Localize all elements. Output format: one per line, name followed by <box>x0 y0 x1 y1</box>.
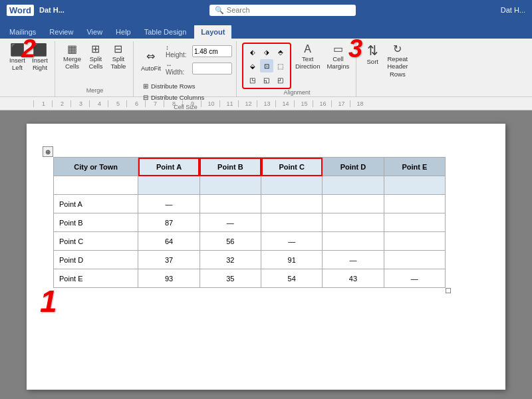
alignment-grid: ⬖ ⬗ ⬘ ⬙ ⊡ ⬚ ◳ ◱ ◰ <box>246 45 287 86</box>
table-cell <box>54 176 138 195</box>
table-cell <box>384 232 445 251</box>
ruler-mark: 4 <box>89 100 108 107</box>
table-cell: 64 <box>138 232 200 251</box>
repeat-header-icon: ↻ <box>393 44 402 55</box>
ribbon: 2 ⬛ InsertLeft ⬛ InsertRight ▦ MergeCell… <box>0 39 532 97</box>
cell-margins-label: CellMargins <box>327 55 349 70</box>
table-cell <box>323 176 384 195</box>
height-label: ↕ Height: <box>166 44 190 59</box>
split-cells-icon: ⊞ <box>91 44 100 55</box>
text-direction-label: TextDirection <box>295 55 321 70</box>
split-cells-button[interactable]: ⊞ SplitCells <box>85 43 106 72</box>
search-bar[interactable]: 🔍 <box>209 5 356 16</box>
table-header-point-d: Point D <box>323 158 384 176</box>
table-header-point-e: Point E <box>384 158 445 176</box>
ruler-mark: 3 <box>70 100 89 107</box>
merge-cells-label: MergeCells <box>63 55 81 70</box>
align-middle-left[interactable]: ⬙ <box>246 59 259 72</box>
tab-layout[interactable]: Layout <box>193 24 233 39</box>
align-bottom-center[interactable]: ◱ <box>260 73 273 86</box>
height-input[interactable] <box>192 45 232 57</box>
cell-size-group-label: Cell Size <box>174 104 198 112</box>
search-icon: 🔍 <box>215 6 224 15</box>
table-cell: 43 <box>323 269 384 288</box>
cell-margins-button[interactable]: ▭ CellMargins <box>324 43 352 72</box>
tab-table-design[interactable]: Table Design <box>138 25 194 39</box>
table-cell: 54 <box>261 269 323 288</box>
ribbon-tabs: Mailings Review View Help Table Design L… <box>0 20 532 39</box>
table-cell: — <box>138 195 200 213</box>
autofit-button[interactable]: ⇔ AutoFit <box>139 49 163 73</box>
width-input[interactable] <box>192 63 232 74</box>
ruler-mark: 12 <box>238 100 257 107</box>
align-top-center[interactable]: ⬗ <box>260 45 273 59</box>
repeat-header-label: RepeatHeaderRows <box>387 55 408 78</box>
distribute-rows-label: Distribute Rows <box>151 82 196 90</box>
align-middle-center[interactable]: ⊡ <box>260 59 273 72</box>
align-top-right[interactable]: ⬘ <box>274 45 287 59</box>
table-cell: — <box>200 213 261 232</box>
align-bottom-right[interactable]: ◰ <box>274 73 287 86</box>
table-cell-row-label: Point D <box>54 251 138 269</box>
split-cells-label: SplitCells <box>88 55 102 70</box>
table-cell: 37 <box>138 251 200 269</box>
align-middle-right[interactable]: ⬚ <box>274 59 287 72</box>
sort-label: Sort <box>367 58 378 65</box>
table-cell-row-label: Point C <box>54 232 138 251</box>
ruler-mark: 15 <box>294 100 313 107</box>
table-header-point-c: Point C <box>261 158 323 176</box>
table-cell: — <box>384 269 445 288</box>
table-move-handle[interactable]: ⊕ <box>43 146 53 157</box>
merge-cells-button[interactable]: ▦ MergeCells <box>61 43 84 72</box>
table-row: Point D 37 32 91 — <box>54 251 446 269</box>
insert-left-button[interactable]: ⬛ InsertLeft <box>7 43 28 73</box>
merge-cells-icon: ▦ <box>67 44 77 55</box>
table-resize-handle[interactable] <box>446 288 451 293</box>
distribute-rows-button[interactable]: ⊞ Distribute Rows <box>139 81 208 91</box>
align-top-left[interactable]: ⬖ <box>246 45 259 59</box>
autofit-label: AutoFit <box>141 65 161 72</box>
table-header-point-b: Point B <box>200 158 261 176</box>
table-cell <box>261 195 323 213</box>
distribute-rows-icon: ⊞ <box>143 82 148 90</box>
tab-mailings[interactable]: Mailings <box>3 25 43 39</box>
distribute-cols-button[interactable]: ⊟ Distribute Columns <box>139 92 208 102</box>
sort-button[interactable]: ⇅ Sort <box>362 43 383 66</box>
table-cell: 35 <box>200 269 261 288</box>
insert-right-label: InsertRight <box>32 57 48 72</box>
doc-title: Dat H... <box>39 6 65 14</box>
tab-help[interactable]: Help <box>109 25 138 39</box>
table-cell: 56 <box>200 232 261 251</box>
table-header-point-a: Point A <box>138 158 200 176</box>
text-direction-button[interactable]: A TextDirection <box>293 43 323 72</box>
table-cell: — <box>323 251 384 269</box>
align-bottom-left[interactable]: ◳ <box>246 73 259 86</box>
repeat-header-button[interactable]: ↻ RepeatHeaderRows <box>384 43 410 79</box>
split-table-icon: ⊟ <box>114 44 122 55</box>
user-info: Dat H... <box>501 6 525 14</box>
data-table: City or Town Point A Point B Point C Poi… <box>53 157 446 288</box>
table-row: Point E 93 35 54 43 — <box>54 269 446 288</box>
width-label: ↔ Width: <box>166 61 190 76</box>
table-cell <box>323 213 384 232</box>
split-table-button[interactable]: ⊟ SplitTable <box>108 43 129 72</box>
ribbon-group-insert: 2 ⬛ InsertLeft ⬛ InsertRight <box>3 41 55 96</box>
ruler-mark: 2 <box>52 100 70 107</box>
table-container: ⊕ City or Town Point A Point B Point C P… <box>53 157 479 289</box>
tab-review[interactable]: Review <box>43 25 80 39</box>
ruler-mark: 1 <box>33 100 52 107</box>
table-row: City or Town Point A Point B Point C Poi… <box>54 158 446 176</box>
ruler: 1 2 3 4 5 6 7 8 9 10 11 12 13 14 15 16 1… <box>0 97 532 110</box>
document-area: 1 ⊕ City or Town Point A Point B Point C… <box>0 110 532 399</box>
sort-icon: ⇅ <box>367 44 378 57</box>
table-cell: 87 <box>138 213 200 232</box>
alignment-box: ⬖ ⬗ ⬘ ⬙ ⊡ ⬚ ◳ ◱ ◰ <box>242 43 291 89</box>
table-row: Point C 64 56 — <box>54 232 446 251</box>
distribute-cols-label: Distribute Columns <box>151 94 204 101</box>
app-icon: Word <box>7 5 34 16</box>
table-row <box>54 176 446 195</box>
text-direction-icon: A <box>304 44 311 55</box>
search-input[interactable] <box>227 6 350 14</box>
insert-right-button[interactable]: ⬛ InsertRight <box>29 43 51 73</box>
tab-view[interactable]: View <box>80 25 109 39</box>
